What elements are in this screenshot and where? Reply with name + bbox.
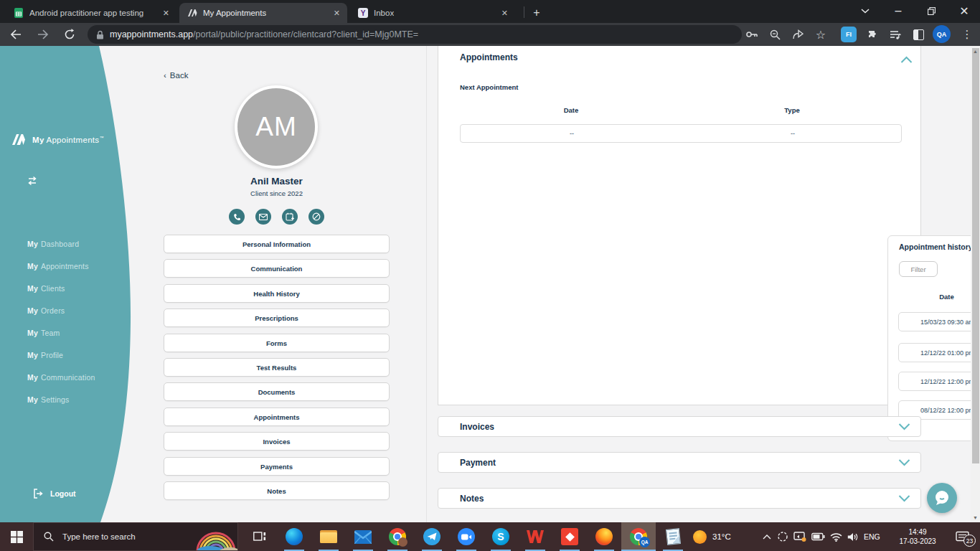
sidebar-item-orders[interactable]: MyOrders bbox=[27, 306, 65, 316]
address-bar[interactable]: myappointments.app/portal/public/practit… bbox=[88, 25, 742, 44]
taskbar-file-explorer[interactable] bbox=[311, 522, 346, 551]
password-key-icon[interactable] bbox=[743, 26, 760, 43]
taskbar-weather-widget[interactable]: 31°C bbox=[693, 522, 731, 551]
taskbar-anydesk[interactable] bbox=[552, 522, 587, 551]
cell-date: 15/03/23 09:30 am bbox=[899, 319, 980, 326]
nav-button-health-history[interactable]: Health History bbox=[164, 284, 390, 303]
notes-section-collapsed[interactable]: Notes bbox=[438, 488, 921, 509]
new-tab-button[interactable]: + bbox=[528, 4, 545, 22]
scroll-down-arrow-icon[interactable]: ▼ bbox=[971, 512, 980, 522]
search-highlight-image bbox=[193, 523, 237, 551]
edge-icon bbox=[286, 528, 303, 545]
collapse-appointments-chevron-up-icon[interactable] bbox=[900, 54, 913, 67]
taskbar-telegram[interactable] bbox=[415, 522, 449, 551]
sidebar-item-clients[interactable]: MyClients bbox=[27, 284, 65, 294]
playlist-extension-icon[interactable] bbox=[887, 27, 903, 42]
window-restore-button[interactable] bbox=[917, 0, 946, 22]
sidebar-item-team[interactable]: MyTeam bbox=[27, 329, 60, 339]
sidebar-item-settings[interactable]: MySettings bbox=[27, 395, 70, 405]
sidebar-item-communication[interactable]: MyCommunication bbox=[27, 373, 95, 383]
tab-close-icon[interactable]: ✕ bbox=[501, 9, 508, 18]
sidebar-item-dashboard[interactable]: MyDashboard bbox=[27, 240, 79, 250]
tab-my-appointments[interactable]: My Appointments ✕ bbox=[179, 3, 347, 23]
taskbar-chrome-profile1[interactable] bbox=[380, 522, 415, 551]
expand-payment-chevron-down-icon[interactable] bbox=[898, 458, 910, 466]
tab-close-icon[interactable]: ✕ bbox=[334, 9, 340, 18]
history-row[interactable]: 12/12/22 12:00 pm buffer 20 Anil Mustafa… bbox=[898, 372, 980, 391]
reload-icon[interactable] bbox=[61, 26, 78, 43]
tab-android-testing[interactable]: Android practitioner app testing ✕ bbox=[6, 3, 176, 23]
sidebar-item-appointments[interactable]: MyAppointments bbox=[27, 262, 89, 272]
nav-button-forms[interactable]: Forms bbox=[164, 334, 390, 352]
url-text[interactable]: myappointments.app/portal/public/practit… bbox=[110, 29, 418, 39]
nav-button-invoices[interactable]: Invoices bbox=[164, 432, 390, 451]
history-row[interactable]: 12/12/22 01:00 pm buffer 20 Anil Mustafa… bbox=[898, 343, 980, 362]
history-row[interactable]: 15/03/23 09:30 am Telehealth - pre-payme… bbox=[898, 312, 980, 331]
taskbar-search-box[interactable]: Type here to search bbox=[33, 522, 238, 551]
dark-reader-extension-icon[interactable] bbox=[910, 27, 926, 42]
nav-button-prescriptions[interactable]: Prescriptions bbox=[164, 309, 390, 327]
nav-button-personal-information[interactable]: Personal Information bbox=[164, 235, 390, 253]
project-screen-icon[interactable] bbox=[793, 531, 806, 542]
invoices-section-collapsed[interactable]: Invoices bbox=[438, 416, 921, 437]
hidden-icons-chevron-icon[interactable] bbox=[762, 534, 772, 540]
wifi-icon[interactable] bbox=[830, 532, 842, 542]
nav-button-communication[interactable]: Communication bbox=[164, 259, 390, 278]
block-button[interactable] bbox=[308, 209, 324, 225]
taskbar-chrome-qa-active[interactable]: QA bbox=[621, 522, 656, 551]
battery-icon[interactable] bbox=[811, 532, 825, 541]
nav-button-notes[interactable]: Notes bbox=[164, 481, 390, 500]
nav-button-test-results[interactable]: Test Results bbox=[164, 358, 390, 377]
language-indicator[interactable]: ENG bbox=[864, 532, 880, 541]
ban-icon bbox=[312, 212, 321, 221]
action-center-button[interactable]: 23 bbox=[946, 522, 980, 551]
nav-button-appointments[interactable]: Appointments bbox=[164, 408, 390, 426]
back-link[interactable]: ‹ Back bbox=[164, 71, 188, 80]
scroll-up-arrow-icon[interactable]: ▲ bbox=[971, 46, 980, 56]
taskbar-firefox[interactable] bbox=[587, 522, 621, 551]
book-appointment-button[interactable] bbox=[282, 209, 298, 225]
taskbar-zoom[interactable] bbox=[449, 522, 484, 551]
profile-avatar[interactable]: QA bbox=[933, 25, 951, 43]
tab-close-icon[interactable]: ✕ bbox=[163, 9, 169, 18]
window-close-button[interactable]: ✕ bbox=[950, 0, 979, 22]
browser-menu-icon[interactable]: ⋮ bbox=[958, 26, 976, 43]
volume-icon[interactable] bbox=[847, 532, 859, 542]
window-menu-chevron-icon[interactable] bbox=[851, 0, 880, 22]
taskbar-wps-office[interactable] bbox=[518, 522, 552, 551]
zoom-search-icon[interactable] bbox=[766, 26, 783, 43]
extensions-puzzle-icon[interactable] bbox=[864, 27, 880, 42]
payment-section-collapsed[interactable]: Payment bbox=[438, 452, 921, 473]
filter-button[interactable]: Filter bbox=[899, 261, 938, 277]
window-minimize-button[interactable]: – bbox=[884, 0, 913, 22]
forward-icon[interactable] bbox=[34, 26, 52, 43]
taskbar-notepad[interactable] bbox=[656, 522, 690, 551]
next-appointment-type: -- bbox=[683, 130, 903, 137]
scrollbar-thumb[interactable] bbox=[972, 48, 979, 463]
expand-notes-chevron-down-icon[interactable] bbox=[898, 494, 910, 502]
logout-button[interactable]: Logout bbox=[33, 489, 76, 499]
share-icon[interactable] bbox=[789, 26, 806, 43]
call-button[interactable] bbox=[229, 209, 245, 225]
fi-extension-icon[interactable]: FI bbox=[841, 27, 857, 42]
start-button[interactable] bbox=[0, 522, 33, 551]
back-icon[interactable] bbox=[7, 26, 24, 43]
bookmark-star-icon[interactable]: ☆ bbox=[812, 26, 829, 43]
sidebar-collapse-icon[interactable] bbox=[27, 176, 38, 189]
taskbar-edge[interactable] bbox=[277, 522, 311, 551]
tab-inbox[interactable]: Y Inbox ✕ bbox=[350, 3, 515, 23]
taskbar-mail[interactable] bbox=[346, 522, 380, 551]
email-button[interactable] bbox=[255, 209, 271, 225]
chat-widget-button[interactable] bbox=[927, 483, 957, 513]
expand-invoices-chevron-down-icon[interactable] bbox=[898, 423, 910, 430]
nav-button-payments[interactable]: Payments bbox=[164, 457, 390, 476]
sidebar-item-profile[interactable]: MyProfile bbox=[27, 351, 63, 361]
task-view-button[interactable] bbox=[244, 522, 275, 551]
nav-button-documents[interactable]: Documents bbox=[164, 382, 390, 401]
taskbar-skype[interactable]: S bbox=[484, 522, 518, 551]
sidebar-background bbox=[0, 46, 140, 522]
qa-profile-badge: QA bbox=[639, 537, 650, 547]
teams-status-icon[interactable] bbox=[777, 531, 788, 542]
taskbar-clock[interactable]: 14:49 17-03-2023 bbox=[892, 522, 943, 551]
next-appointment-row[interactable]: -- -- bbox=[460, 124, 902, 143]
